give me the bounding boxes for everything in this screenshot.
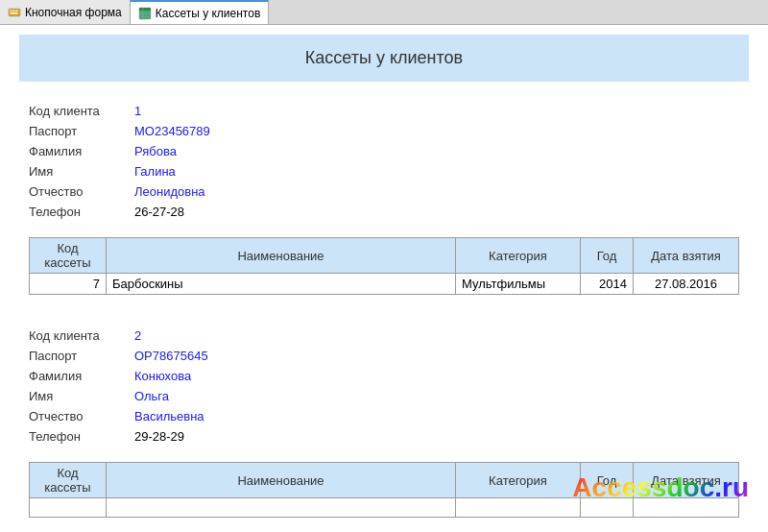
field-value-kod-2: 2 [134,328,278,343]
svg-rect-6 [139,8,151,12]
col-header-name-2: Наименование [107,463,456,498]
col-header-kod: Код кассеты [30,238,107,274]
field-value-familiya-1: Рябова [134,144,278,158]
client-record-2: Код клиента 2 Паспорт ОР78675645 Фамилия… [0,316,768,456]
field-value-telefon-2: 29-28-29 [134,429,278,444]
client-record-1: Код клиента 1 Паспорт МО23456789 Фамилия… [0,91,768,231]
cell-year: 2014 [581,274,634,295]
field-label-telefon-1: Телефон [29,205,134,219]
field-label-imya-1: Имя [29,164,134,179]
page-title: Кассеты у клиентов [19,35,749,82]
main-content: Кассеты у клиентов Код клиента 1 Паспорт… [0,25,768,532]
svg-rect-4 [11,12,18,14]
title-bar: Кнопочная форма Кассеты у клиентов [0,0,768,25]
field-value-otchestvo-1: Леонидовна [134,184,278,199]
field-label-kod-2: Код клиента [29,328,134,343]
tab-button-form[interactable]: Кнопочная форма [0,0,131,24]
field-label-imya-2: Имя [29,389,134,403]
svg-rect-1 [11,10,12,12]
cell-empty-4 [581,498,634,518]
field-row-kod-1: Код клиента 1 [29,101,739,121]
col-header-category: Категория [456,238,581,274]
cassette-table-2: Код кассеты Наименование Категория Год Д… [29,462,739,518]
col-header-date-2: Дата взятия [634,463,739,498]
field-row-kod-2: Код клиента 2 [29,326,739,346]
field-row-otchestvo-2: Отчество Васильевна [29,406,739,426]
cell-name: Барбоскины [107,274,456,295]
form-icon [8,6,21,19]
field-label-kod-1: Код клиента [29,104,134,118]
field-row-telefon-1: Телефон 26-27-28 [29,202,739,222]
table-row: 7 Барбоскины Мультфильмы 2014 27.08.2016 [30,274,739,295]
field-value-imya-2: Ольга [134,389,278,403]
field-row-familiya-2: Фамилия Конюхова [29,366,739,386]
tab2-label: Кассеты у клиентов [156,7,261,20]
cell-empty-2 [107,498,456,518]
field-row-passport-2: Паспорт ОР78675645 [29,346,739,366]
field-value-imya-1: Галина [134,164,278,179]
field-label-familiya-2: Фамилия [29,369,134,383]
field-value-familiya-2: Конюхова [134,369,278,383]
cell-category: Мультфильмы [456,274,581,295]
cell-empty-3 [456,498,581,518]
tab-cassettes[interactable]: Кассеты у клиентов [131,0,270,24]
table-icon [138,7,152,20]
field-value-kod-1: 1 [134,104,278,118]
col-header-kod-2: Код кассеты [30,463,107,498]
field-label-otchestvo-2: Отчество [29,409,134,423]
field-row-imya-1: Имя Галина [29,161,739,181]
field-row-telefon-2: Телефон 29-28-29 [29,426,739,447]
cell-empty-5 [634,498,739,518]
col-header-year: Год [581,238,634,274]
field-label-passport-2: Паспорт [29,349,134,363]
col-header-year-2: Год [581,463,634,498]
cell-date: 27.08.2016 [634,274,739,295]
field-value-passport-2: ОР78675645 [134,349,278,363]
field-label-otchestvo-1: Отчество [29,184,134,199]
tab1-label: Кнопочная форма [25,6,122,19]
field-label-telefon-2: Телефон [29,429,134,444]
cell-empty-1 [30,498,107,518]
field-label-passport-1: Паспорт [29,124,134,138]
svg-rect-3 [16,10,18,12]
field-row-otchestvo-1: Отчество Леонидовна [29,181,739,202]
field-value-otchestvo-2: Васильевна [134,409,278,423]
cassette-table-1: Код кассеты Наименование Категория Год Д… [29,237,739,295]
col-header-category-2: Категория [456,463,581,498]
cell-kod: 7 [30,274,107,295]
field-row-imya-2: Имя Ольга [29,386,739,406]
field-value-passport-1: МО23456789 [134,124,278,138]
col-header-name: Наименование [107,238,456,274]
field-row-passport-1: Паспорт МО23456789 [29,121,739,141]
col-header-date: Дата взятия [634,238,739,274]
field-row-familiya-1: Фамилия Рябова [29,141,739,161]
field-label-familiya-1: Фамилия [29,144,134,158]
table-row-empty [30,498,739,518]
svg-rect-2 [13,10,15,12]
field-value-telefon-1: 26-27-28 [134,205,278,219]
